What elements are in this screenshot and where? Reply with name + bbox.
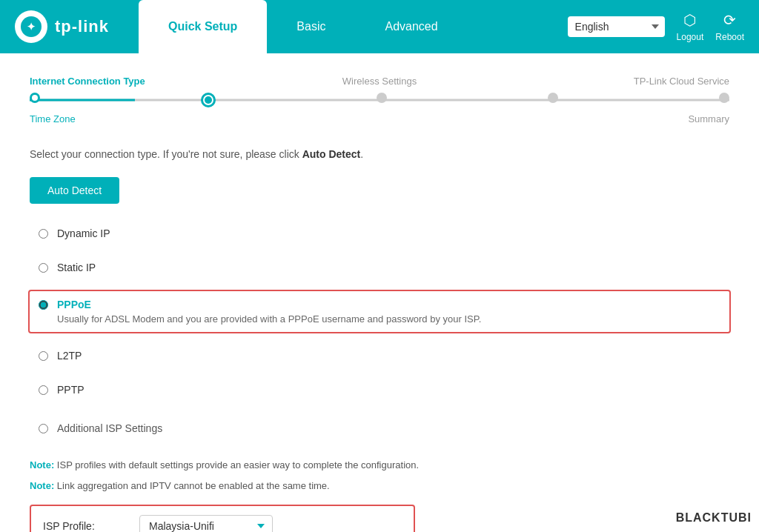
auto-detect-button[interactable]: Auto Detect — [30, 177, 119, 204]
radio-static-ip-label: Static IP — [57, 262, 96, 273]
progress-bar — [30, 93, 729, 107]
radio-static-ip[interactable]: Static IP — [30, 256, 729, 279]
radio-pppoe[interactable]: PPPoE Usually for ADSL Modem and you are… — [28, 290, 731, 333]
logout-button[interactable]: ⬡ Logout — [677, 11, 704, 42]
logout-icon: ⬡ — [683, 11, 696, 29]
tab-advanced[interactable]: Advanced — [355, 0, 467, 53]
radio-pptp-input[interactable] — [39, 385, 48, 395]
radio-pppoe-label: PPPoE — [57, 299, 481, 310]
logo: ✦ tp-link — [15, 10, 109, 43]
radio-pppoe-input[interactable] — [39, 300, 48, 310]
step-dot-5 — [719, 93, 729, 103]
step-dot-1 — [30, 93, 40, 103]
radio-static-ip-input[interactable] — [39, 263, 48, 273]
main-content: Internet Connection Type Wireless Settin… — [0, 53, 759, 532]
steps-bottom-labels: Time Zone Summary — [30, 113, 729, 124]
svg-text:✦: ✦ — [27, 21, 36, 33]
step-dots — [30, 93, 729, 107]
radio-dynamic-ip-input[interactable] — [39, 229, 48, 239]
step-label-cloud: TP-Link Cloud Service — [496, 76, 729, 87]
tp-link-svg: ✦ — [19, 15, 43, 39]
tab-basic[interactable]: Basic — [267, 0, 355, 53]
header: ✦ tp-link Quick Setup Basic Advanced Eng… — [0, 0, 759, 53]
radio-l2tp-label: L2TP — [57, 350, 82, 362]
note-2: Note: Link aggregation and IPTV cannot b… — [30, 479, 729, 493]
radio-dynamic-ip-label: Dynamic IP — [57, 227, 110, 239]
note-1: Note: ISP profiles with default settings… — [30, 458, 729, 473]
step-dot-3 — [377, 93, 387, 103]
isp-profile-row: ISP Profile: Malaysia-Unifi Malaysia-TM … — [30, 505, 415, 532]
nav-tabs: Quick Setup Basic Advanced — [139, 0, 568, 53]
radio-dynamic-ip[interactable]: Dynamic IP — [30, 222, 729, 245]
radio-l2tp[interactable]: L2TP — [30, 344, 729, 368]
step-label-internet: Internet Connection Type — [30, 76, 263, 87]
step-label-summary: Summary — [688, 113, 729, 124]
additional-isp-label: Additional ISP Settings — [57, 422, 162, 434]
step-dot-2 — [201, 93, 216, 107]
header-right: English 中文 Bahasa Melayu ⬡ Logout ⟳ Rebo… — [568, 11, 744, 42]
additional-isp-radio[interactable] — [39, 424, 48, 433]
steps-top-labels: Internet Connection Type Wireless Settin… — [30, 76, 729, 87]
reboot-button[interactable]: ⟳ Reboot — [715, 11, 744, 42]
watermark: BLACKTUBI — [676, 511, 752, 525]
additional-isp-option[interactable]: Additional ISP Settings — [30, 416, 729, 440]
step-label-timezone: Time Zone — [30, 113, 76, 124]
logo-text: tp-link — [55, 17, 109, 36]
tp-link-logo-icon: ✦ — [15, 10, 47, 43]
connection-type-group: Dynamic IP Static IP PPPoE Usually for A… — [30, 222, 729, 402]
progress-steps: Internet Connection Type Wireless Settin… — [30, 76, 729, 124]
radio-pptp[interactable]: PPTP — [30, 378, 729, 402]
reboot-icon: ⟳ — [723, 11, 736, 29]
radio-pptp-label: PPTP — [57, 384, 84, 396]
language-select[interactable]: English 中文 Bahasa Melayu — [568, 16, 665, 37]
isp-profile-select[interactable]: Malaysia-Unifi Malaysia-TM Malaysia-Maxi… — [139, 515, 273, 532]
isp-profile-label: ISP Profile: — [43, 520, 139, 532]
tab-quick-setup[interactable]: Quick Setup — [139, 0, 267, 53]
instruction-text: Select your connection type. If you're n… — [30, 147, 729, 162]
radio-pppoe-desc: Usually for ADSL Modem and you are provi… — [57, 313, 481, 325]
radio-l2tp-input[interactable] — [39, 351, 48, 361]
radio-pppoe-text: PPPoE Usually for ADSL Modem and you are… — [57, 299, 481, 325]
step-dot-4 — [548, 93, 558, 103]
step-label-wireless: Wireless Settings — [263, 76, 497, 87]
